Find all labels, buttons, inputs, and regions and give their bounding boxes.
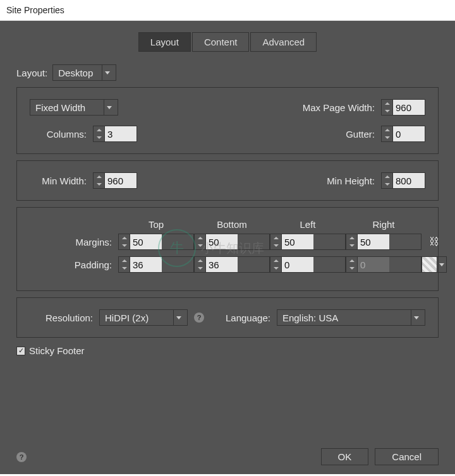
width-mode-value: Fixed Width xyxy=(35,102,85,113)
spinner-down-icon[interactable] xyxy=(382,181,392,188)
columns-label: Columns: xyxy=(30,129,87,140)
cancel-button[interactable]: Cancel xyxy=(375,448,439,465)
chevron-down-icon xyxy=(173,310,183,325)
min-height-input[interactable] xyxy=(393,173,425,188)
margin-left-spinner[interactable] xyxy=(270,234,346,250)
tab-advanced[interactable]: Advanced xyxy=(250,32,317,52)
margins-label: Margins: xyxy=(30,237,118,247)
min-width-spinner[interactable] xyxy=(93,172,137,189)
resolution-select[interactable]: HiDPI (2x) xyxy=(99,309,188,326)
layout-label: Layout: xyxy=(16,68,47,78)
spinner-up-icon[interactable] xyxy=(94,126,104,134)
spinner-up-icon[interactable] xyxy=(270,234,281,242)
layout-select-value: Desktop xyxy=(58,68,93,78)
window-title: Site Properties xyxy=(0,0,455,21)
spinner-up-icon[interactable] xyxy=(382,100,392,107)
chevron-down-icon xyxy=(104,100,114,115)
language-label: Language: xyxy=(226,312,270,323)
spinner-down-icon[interactable] xyxy=(270,242,281,249)
padding-right-input[interactable] xyxy=(358,257,389,272)
language-value: English: USA xyxy=(282,312,338,323)
columns-spinner[interactable] xyxy=(93,126,137,142)
sticky-footer-label: Sticky Footer xyxy=(29,345,85,356)
margin-bottom-spinner[interactable] xyxy=(194,234,270,250)
max-page-width-spinner[interactable] xyxy=(381,99,425,116)
spinner-up-icon[interactable] xyxy=(195,257,205,265)
padding-bottom-input[interactable] xyxy=(206,257,238,272)
min-height-label: Min Height: xyxy=(327,176,375,186)
spinner-up-icon[interactable] xyxy=(382,126,392,134)
margin-top-input[interactable] xyxy=(130,234,162,249)
help-icon[interactable]: ? xyxy=(194,312,204,323)
spinner-down-icon[interactable] xyxy=(270,265,281,272)
language-select[interactable]: English: USA xyxy=(277,309,425,326)
max-page-width-input[interactable] xyxy=(393,100,425,115)
min-width-input[interactable] xyxy=(105,173,136,188)
margin-right-spinner[interactable] xyxy=(346,234,422,250)
sticky-footer-checkbox[interactable]: ✓ xyxy=(16,347,25,355)
spinner-down-icon[interactable] xyxy=(195,265,205,272)
tab-bar: Layout Content Advanced xyxy=(0,32,455,52)
spinner-up-icon[interactable] xyxy=(382,173,392,181)
margin-bottom-input[interactable] xyxy=(206,234,238,249)
spinner-down-icon[interactable] xyxy=(94,134,104,141)
spinner-up-icon[interactable] xyxy=(270,257,281,265)
padding-right-spinner[interactable] xyxy=(346,256,422,273)
padding-bottom-spinner[interactable] xyxy=(194,256,270,273)
spinner-down-icon[interactable] xyxy=(119,242,130,249)
spinner-down-icon[interactable] xyxy=(195,242,205,249)
spinner-down-icon[interactable] xyxy=(94,181,104,188)
margins-padding-group: Top Bottom Left Right Margins: ⛓ Padding… xyxy=(16,207,439,291)
spinner-up-icon[interactable] xyxy=(346,257,357,265)
chevron-down-icon[interactable] xyxy=(437,257,446,272)
margin-left-input[interactable] xyxy=(282,234,313,249)
gutter-input[interactable] xyxy=(393,126,425,141)
min-width-label: Min Width: xyxy=(30,176,87,186)
browser-fill-swatch[interactable] xyxy=(422,256,447,273)
resolution-label: Resolution: xyxy=(30,312,93,323)
padding-label: Padding: xyxy=(30,259,118,270)
link-margins-icon[interactable]: ⛓ xyxy=(422,236,447,247)
padding-left-input[interactable] xyxy=(282,257,313,272)
min-size-group: Min Width: Min Height: xyxy=(16,160,439,201)
tab-content[interactable]: Content xyxy=(192,32,250,52)
spinner-up-icon[interactable] xyxy=(119,257,130,265)
spinner-up-icon[interactable] xyxy=(346,234,357,242)
chevron-down-icon xyxy=(102,65,112,80)
margin-right-input[interactable] xyxy=(358,234,389,249)
col-top-label: Top xyxy=(118,219,194,230)
resolution-value: HiDPI (2x) xyxy=(105,312,149,323)
help-icon[interactable]: ? xyxy=(16,452,27,462)
spinner-up-icon[interactable] xyxy=(195,234,205,242)
resolution-language-group: Resolution: HiDPI (2x) ? Language: Engli… xyxy=(16,297,439,338)
min-height-spinner[interactable] xyxy=(381,172,425,189)
margin-top-spinner[interactable] xyxy=(118,234,194,250)
col-left-label: Left xyxy=(270,219,346,230)
spinner-down-icon[interactable] xyxy=(119,265,130,272)
max-page-width-label: Max Page Width: xyxy=(303,102,375,113)
spinner-up-icon[interactable] xyxy=(119,234,130,242)
width-mode-select[interactable]: Fixed Width xyxy=(30,99,118,116)
padding-left-spinner[interactable] xyxy=(270,256,346,273)
spinner-down-icon[interactable] xyxy=(382,107,392,115)
columns-input[interactable] xyxy=(105,126,136,141)
gutter-spinner[interactable] xyxy=(381,126,425,142)
spinner-down-icon[interactable] xyxy=(346,242,357,249)
chevron-down-icon xyxy=(411,310,421,325)
padding-top-input[interactable] xyxy=(130,257,162,272)
padding-top-spinner[interactable] xyxy=(118,256,194,273)
ok-button[interactable]: OK xyxy=(321,448,369,465)
swatch-icon xyxy=(422,257,437,272)
spinner-down-icon[interactable] xyxy=(346,265,357,272)
gutter-label: Gutter: xyxy=(346,129,375,140)
layout-select[interactable]: Desktop xyxy=(52,64,116,81)
spinner-up-icon[interactable] xyxy=(94,173,104,181)
spinner-down-icon[interactable] xyxy=(382,134,392,141)
tab-layout[interactable]: Layout xyxy=(138,32,191,52)
width-columns-group: Fixed Width Max Page Width: Columns: Gut… xyxy=(16,87,439,154)
col-right-label: Right xyxy=(346,219,422,230)
dialog-panel: Layout Content Advanced Layout: Desktop … xyxy=(0,21,455,474)
col-bottom-label: Bottom xyxy=(194,219,270,230)
